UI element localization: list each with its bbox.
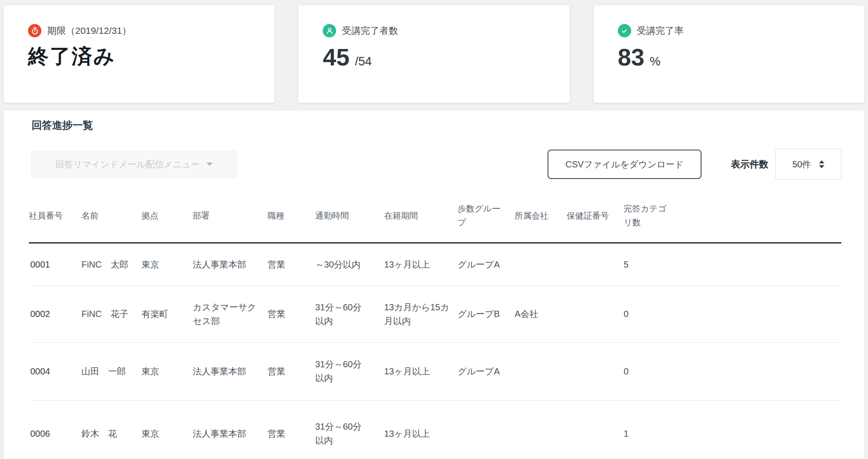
cell-tenure: 13ヶ月以上: [384, 342, 458, 400]
col-job-type: 職種: [268, 189, 315, 243]
cell-location: 東京: [142, 243, 193, 286]
reminder-mail-menu-button[interactable]: 回答リマインドメール配信メニュー: [31, 150, 237, 179]
toolbar-right-group: CSVファイルをダウンロード 表示件数 50件: [548, 149, 841, 180]
reminder-mail-menu-label: 回答リマインドメール配信メニュー: [55, 158, 200, 171]
col-location: 拠点: [142, 189, 193, 243]
col-employee-number: 社員番号: [29, 189, 81, 243]
cell-steps-group: グループB: [458, 286, 515, 342]
col-completed-categories: 完答カテゴリ数: [624, 189, 841, 243]
cell-location: 東京: [142, 400, 193, 459]
completed-count-card-title: 受講完了者数: [342, 24, 398, 37]
cell-insurance-number: [567, 400, 624, 459]
cell-department: 法人事業本部: [193, 243, 268, 286]
deadline-status-value: 終了済み: [28, 45, 116, 68]
completed-count-card: 受講完了者数 45 /54: [298, 5, 569, 103]
completion-rate-value: 83: [618, 45, 645, 70]
summary-cards: 期限（2019/12/31） 終了済み 受講完了者数 45 /54: [0, 0, 868, 103]
display-count-select[interactable]: 50件: [775, 149, 841, 180]
cell-completed-categories: 1: [624, 400, 841, 459]
person-icon: [323, 24, 336, 37]
cell-employee-number: 0004: [29, 342, 81, 400]
answer-progress-panel: 回答進捗一覧 回答リマインドメール配信メニュー CSVファイルをダウンロード 表…: [4, 110, 864, 459]
col-name: 名前: [81, 189, 142, 243]
cell-steps-group: グループA: [458, 243, 515, 286]
csv-download-button[interactable]: CSVファイルをダウンロード: [548, 150, 702, 179]
completed-count-total: /54: [355, 55, 372, 69]
cell-insurance-number: [567, 286, 624, 342]
table-row: 0006 鈴木 花 東京 法人事業本部 営業 31分～60分以内 13ヶ月以上 …: [29, 400, 841, 459]
check-icon: [618, 24, 631, 37]
cell-location: 東京: [142, 342, 193, 400]
cell-tenure: 13カ月から15カ月以内: [384, 286, 458, 342]
cell-location: 有楽町: [142, 286, 193, 342]
cell-tenure: 13ヶ月以上: [384, 400, 458, 459]
col-completed-categories-label: 完答カテゴリ数: [624, 202, 671, 229]
panel-title: 回答進捗一覧: [32, 119, 841, 131]
col-company: 所属会社: [515, 189, 567, 243]
cell-job-type: 営業: [268, 342, 315, 400]
cell-company: [515, 243, 567, 286]
cell-company: [515, 342, 567, 400]
col-insurance-number: 保健証番号: [567, 189, 624, 243]
cell-commute-time: 31分～60分以内: [315, 342, 384, 400]
cell-commute-time: 31分～60分以内: [315, 286, 384, 342]
completion-rate-card-header: 受講完了率: [618, 24, 856, 37]
cell-completed-categories: 0: [624, 286, 841, 342]
cell-name: 山田 一郎: [81, 342, 142, 400]
cell-job-type: 営業: [268, 243, 315, 286]
col-department: 部署: [193, 189, 268, 243]
cell-commute-time: 31分～60分以内: [315, 400, 384, 459]
completed-count-value: 45: [323, 45, 349, 70]
completed-count-card-header: 受講完了者数: [323, 24, 560, 37]
table-toolbar: 回答リマインドメール配信メニュー CSVファイルをダウンロード 表示件数 50件: [29, 149, 841, 180]
table-row: 0001 FiNC 太郎 東京 法人事業本部 営業 ～30分以内 13ヶ月以上 …: [29, 243, 841, 286]
display-count-value: 50件: [792, 158, 811, 171]
cell-employee-number: 0006: [29, 400, 81, 459]
cell-department: 法人事業本部: [193, 342, 268, 400]
cell-job-type: 営業: [268, 400, 315, 459]
col-tenure: 在籍期間: [384, 189, 458, 243]
cell-department: カスタマーサクセス部: [193, 286, 268, 342]
chevron-down-icon: [207, 162, 213, 166]
timer-icon: [28, 24, 41, 37]
select-spinner-icon: [819, 160, 824, 168]
table-row: 0002 FiNC 花子 有楽町 カスタマーサクセス部 営業 31分～60分以内…: [29, 286, 841, 342]
cell-insurance-number: [567, 243, 624, 286]
completion-rate-card: 受講完了率 83 %: [593, 5, 864, 103]
cell-name: FiNC 太郎: [81, 243, 142, 286]
cell-department: 法人事業本部: [193, 400, 268, 459]
cell-company: A会社: [515, 286, 567, 342]
cell-completed-categories: 0: [624, 342, 841, 400]
answer-progress-table: 社員番号 名前 拠点 部署 職種 通勤時間 在籍期間 歩数グループ 所属会社 保…: [29, 189, 841, 459]
cell-company: [515, 400, 567, 459]
table-header-row: 社員番号 名前 拠点 部署 職種 通勤時間 在籍期間 歩数グループ 所属会社 保…: [29, 189, 841, 243]
cell-name: 鈴木 花: [81, 400, 142, 459]
cell-employee-number: 0001: [29, 243, 81, 286]
table-row: 0004 山田 一郎 東京 法人事業本部 営業 31分～60分以内 13ヶ月以上…: [29, 342, 841, 400]
cell-name: FiNC 花子: [81, 286, 142, 342]
cell-completed-categories: 5: [624, 243, 841, 286]
cell-job-type: 営業: [268, 286, 315, 342]
col-steps-group: 歩数グループ: [458, 189, 515, 243]
cell-steps-group: グループA: [458, 342, 515, 400]
col-commute-time: 通勤時間: [315, 189, 384, 243]
csv-download-label: CSVファイルをダウンロード: [565, 158, 684, 171]
cell-steps-group: [458, 400, 515, 459]
cell-insurance-number: [567, 342, 624, 400]
cell-commute-time: ～30分以内: [315, 243, 384, 286]
completion-rate-unit: %: [650, 55, 661, 69]
cell-employee-number: 0002: [29, 286, 81, 342]
deadline-card: 期限（2019/12/31） 終了済み: [4, 5, 275, 103]
display-count-label: 表示件数: [731, 158, 768, 171]
cell-tenure: 13ヶ月以上: [384, 243, 458, 286]
completion-rate-card-title: 受講完了率: [637, 24, 684, 37]
deadline-card-title: 期限（2019/12/31）: [47, 24, 131, 37]
deadline-card-header: 期限（2019/12/31）: [28, 24, 266, 37]
